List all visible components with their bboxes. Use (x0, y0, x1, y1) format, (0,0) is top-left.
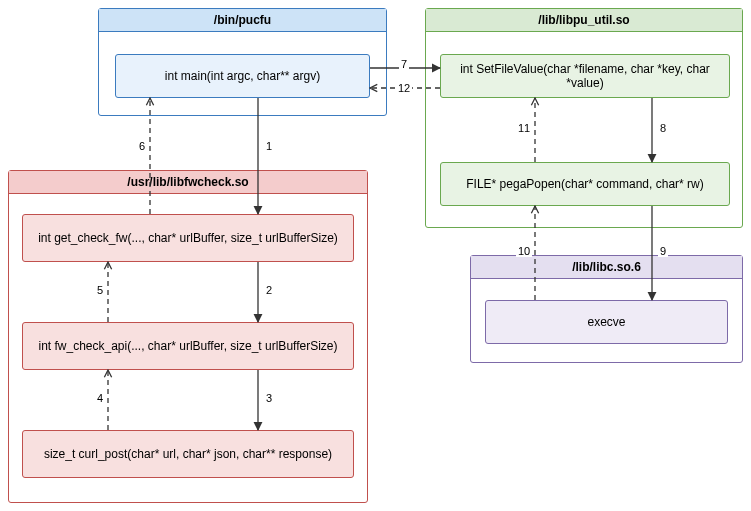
node-pegapopen: FILE* pegaPopen(char* command, char* rw) (440, 162, 730, 206)
node-execve: execve (485, 300, 728, 344)
node-execve-label: execve (587, 315, 625, 329)
node-get-check-fw: int get_check_fw(..., char* urlBuffer, s… (22, 214, 354, 262)
edge-label-5: 5 (95, 284, 105, 296)
edge-label-2: 2 (264, 284, 274, 296)
node-curl-post-label: size_t curl_post(char* url, char* json, … (44, 447, 332, 461)
node-setfilevalue: int SetFileValue(char *filename, char *k… (440, 54, 730, 98)
edge-label-9: 9 (658, 245, 668, 257)
edge-label-12: 12 (396, 82, 412, 94)
node-setfilevalue-label: int SetFileValue(char *filename, char *k… (445, 62, 725, 90)
module-title-bin-pucfu: /bin/pucfu (99, 9, 386, 32)
edge-label-8: 8 (658, 122, 668, 134)
module-title-libc: /lib/libc.so.6 (471, 256, 742, 279)
module-title-libfwcheck: /usr/lib/libfwcheck.so (9, 171, 367, 194)
edge-label-11: 11 (516, 122, 532, 134)
node-curl-post: size_t curl_post(char* url, char* json, … (22, 430, 354, 478)
node-get-check-fw-label: int get_check_fw(..., char* urlBuffer, s… (38, 231, 338, 245)
module-title-libpu-util: /lib/libpu_util.so (426, 9, 742, 32)
edge-label-7: 7 (399, 58, 409, 70)
node-main: int main(int argc, char** argv) (115, 54, 370, 98)
node-pegapopen-label: FILE* pegaPopen(char* command, char* rw) (466, 177, 703, 191)
edge-label-4: 4 (95, 392, 105, 404)
edge-label-10: 10 (516, 245, 532, 257)
node-fw-check-api-label: int fw_check_api(..., char* urlBuffer, s… (38, 339, 337, 353)
node-fw-check-api: int fw_check_api(..., char* urlBuffer, s… (22, 322, 354, 370)
node-main-label: int main(int argc, char** argv) (165, 69, 320, 83)
edge-label-3: 3 (264, 392, 274, 404)
edge-label-6: 6 (137, 140, 147, 152)
edge-label-1: 1 (264, 140, 274, 152)
